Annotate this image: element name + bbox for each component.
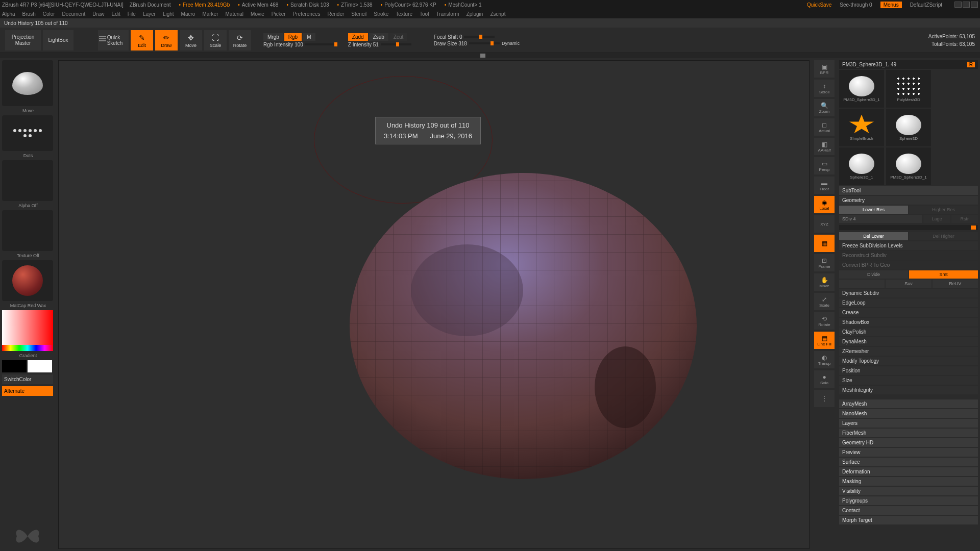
menu-document[interactable]: Document [62,11,86,17]
move-button[interactable]: ✥Move [180,30,202,51]
freeze-subdiv-button[interactable]: Freeze SubDivision Levels [839,241,978,250]
bpr-button[interactable]: ▣BPR [814,60,835,78]
secondary-color-swatch[interactable] [2,360,27,372]
divide-button[interactable]: Divide [839,270,908,279]
sdiv-label[interactable]: SDiv 4 [839,215,922,223]
nanomesh-header[interactable]: NanoMesh [839,409,978,418]
deformation-header[interactable]: Deformation [839,467,978,476]
xyz-button[interactable]: XYZ [814,215,835,233]
sdiv-slider[interactable] [839,225,978,230]
rstr-button[interactable]: Rstr [951,215,978,223]
zoom-button[interactable]: 🔍Zoom [814,99,835,116]
menu-marker[interactable]: Marker [202,11,218,17]
surface-header[interactable]: Surface [839,458,978,466]
menu-layer[interactable]: Layer [143,11,156,17]
subtool-header[interactable]: SubTool [839,186,978,195]
menu-picker[interactable]: Picker [272,11,286,17]
menu-tool[interactable]: Tool [420,11,429,17]
move-view-button[interactable]: ✋Move [814,273,835,291]
lower-res-button[interactable]: Lower Res [839,206,908,214]
shadowbox-header[interactable]: ShadowBox [839,318,978,327]
visibility-header[interactable]: Visibility [839,487,978,495]
size-header[interactable]: Size [839,376,978,385]
extra-button[interactable]: ⋮ [814,390,835,407]
menu-edit[interactable]: Edit [112,11,120,17]
tool-thumb-sphere3d[interactable]: Sphere3D [886,109,931,146]
primary-color-swatch[interactable] [28,360,52,372]
del-higher-button[interactable]: Del Higher [909,232,978,240]
polygroups-header[interactable]: Polygroups [839,496,978,505]
stroke-selector[interactable] [2,115,53,151]
mrgb-button[interactable]: Mrgb [263,33,283,41]
lightbox-button[interactable]: LightBox [43,30,74,51]
layers-header[interactable]: Layers [839,419,978,428]
aahalf-button[interactable]: ◧AAHalf [814,138,835,155]
menu-preferences[interactable]: Preferences [293,11,321,17]
menu-file[interactable]: File [128,11,136,17]
local-button[interactable]: ◉Local [814,196,835,213]
menu-stroke[interactable]: Stroke [374,11,388,17]
tool-thumb-sphere3d-1[interactable]: Sphere3D_1 [839,147,884,185]
linefill-button[interactable]: ▤Line Fill [814,332,835,349]
menu-render[interactable]: Render [328,11,345,17]
draw-size-label[interactable]: Draw Size 318 [434,41,467,46]
texture-selector[interactable] [2,210,53,251]
dynamesh-header[interactable]: DynaMesh [839,337,978,346]
menu-movie[interactable]: Movie [251,11,264,17]
quicksave-button[interactable]: QuickSave [807,2,831,8]
close-icon[interactable] [971,2,978,8]
suv-button[interactable]: Suv [886,280,931,288]
actual-button[interactable]: ◻Actual [814,118,835,136]
fibermesh-header[interactable]: FiberMesh [839,429,978,437]
color-picker[interactable] [2,310,53,351]
higher-res-button[interactable]: Higher Res [909,206,978,214]
del-lower-button[interactable]: Del Lower [839,232,908,240]
rotate-view-button[interactable]: ⟲Rotate [814,312,835,330]
crease-header[interactable]: Crease [839,308,978,317]
seethrough-slider[interactable]: See-through 0 [840,2,872,8]
morph-target-header[interactable]: Morph Target [839,516,978,524]
arraymesh-header[interactable]: ArrayMesh [839,399,978,408]
transp-button[interactable]: ◐Transp [814,351,835,368]
smt-button[interactable]: Smt [909,270,978,279]
default-script[interactable]: DefaultZScript [910,2,942,8]
m-button[interactable]: M [303,33,315,41]
z-intensity-label[interactable]: Z Intensity 51 [348,42,379,47]
contact-header[interactable]: Contact [839,506,978,515]
draw-size-slider[interactable] [469,42,500,44]
switch-color-button[interactable]: SwitchColor [2,374,53,384]
draw-button[interactable]: ✏Draw [155,30,178,51]
r-badge[interactable]: R [967,62,975,67]
solo-button[interactable]: ●Solo [814,370,835,388]
reuv-button[interactable]: ReUV [933,280,978,288]
focal-shift-slider[interactable] [464,36,495,38]
persp-button[interactable]: ▭Persp [814,157,835,174]
menu-stencil[interactable]: Stencil [351,11,366,17]
preview-header[interactable]: Preview [839,448,978,457]
frame-button[interactable]: ⊡Frame [814,254,835,271]
tool-thumb-polymesh[interactable]: PolyMesh3D [886,70,931,108]
z-intensity-slider[interactable] [381,43,411,45]
scroll-button[interactable]: ↕Scroll [814,80,835,97]
projection-master-button[interactable]: Projection Master [5,30,41,51]
menu-transform[interactable]: Transform [436,11,459,17]
scale-view-button[interactable]: ⤢Scale [814,293,835,310]
viewport[interactable]: Undo History 109 out of 110 3:14:03 PM J… [58,60,810,549]
menu-alpha[interactable]: Alpha [2,11,15,17]
menu-color[interactable]: Color [43,11,55,17]
menu-material[interactable]: Material [226,11,244,17]
tool-thumb-simplebrush[interactable]: SimpleBrush [839,109,884,146]
lage-button[interactable]: Lage [923,215,950,223]
sculpted-mesh[interactable] [339,163,707,479]
geometryhd-header[interactable]: Geometry HD [839,438,978,447]
menu-macro[interactable]: Macro [181,11,195,17]
quick-sketch-button[interactable]: Quick Sketch [98,30,129,51]
material-selector[interactable] [2,260,53,301]
meshintegrity-header[interactable]: MeshIntegrity [839,386,978,394]
zremesher-header[interactable]: ZRemesher [839,347,978,356]
edit-button[interactable]: ✎Edit [131,30,153,51]
zadd-button[interactable]: Zadd [348,33,368,41]
alpha-selector[interactable] [2,160,53,201]
tool-thumb-pm3d[interactable]: PM3D_Sphere3D_1 [886,147,931,185]
dynamic-label[interactable]: Dynamic [502,41,520,46]
